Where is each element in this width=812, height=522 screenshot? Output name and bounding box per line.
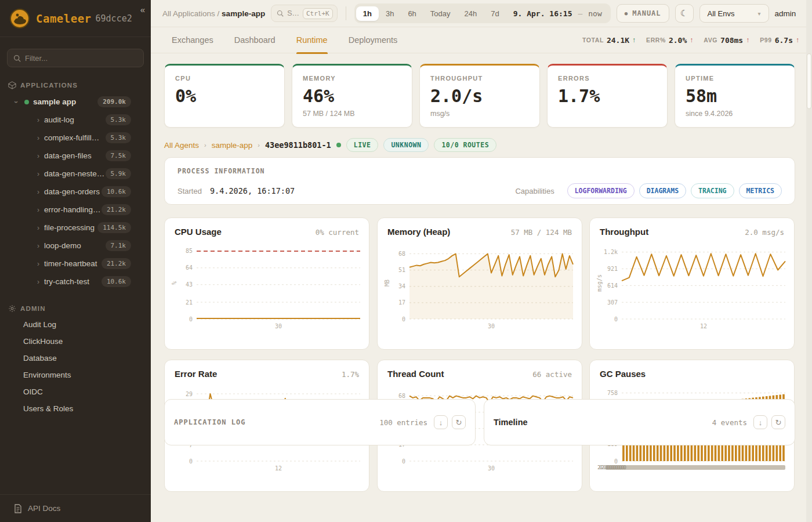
- time-range-3h[interactable]: 3h: [379, 6, 401, 21]
- admin-item-database[interactable]: Database: [0, 350, 151, 367]
- search-input[interactable]: S… Ctrl+K: [271, 5, 338, 22]
- stat-value: 708ms: [720, 36, 743, 45]
- sidebar-item-data-gen-orders[interactable]: ›data-gen-orders10.6k: [0, 183, 151, 201]
- agent-status-pills: LIVEUNKNOWN10/0 ROUTES: [346, 138, 496, 152]
- date-range-display[interactable]: 9. Apr. 16:15 – now: [506, 9, 609, 18]
- chevron-right-icon: ›: [35, 188, 42, 196]
- sidebar-item-data-gen-files[interactable]: ›data-gen-files7.5k: [0, 147, 151, 165]
- route-label: timer-heartbeat: [44, 259, 102, 268]
- search-icon: [277, 10, 284, 17]
- metric-cards-row: CPU0%MEMORY46%57 MB / 124 MBTHROUGHPUT2.…: [164, 64, 795, 128]
- sidebar-filter-input[interactable]: Filter...: [7, 49, 144, 67]
- chart-title: Memory (Heap): [387, 227, 450, 237]
- stat-label: TOTAL: [582, 37, 604, 44]
- admin-item-oidc[interactable]: OIDC: [0, 383, 151, 400]
- timeline-title: Timeline: [494, 418, 528, 427]
- sidebar-item-data-gen-neste[interactable]: ›data-gen-neste…5.9k: [0, 165, 151, 183]
- refresh-button[interactable]: ↻: [771, 415, 785, 429]
- route-label: audit-log: [44, 115, 106, 124]
- metric-subtext: 57 MB / 124 MB: [303, 110, 401, 118]
- cameleer-logo-icon: [9, 8, 30, 29]
- count-badge: 5.3k: [106, 114, 132, 125]
- environment-select[interactable]: All Envs ▾: [699, 4, 769, 23]
- chevron-right-icon: ›: [258, 142, 260, 148]
- manual-refresh-button[interactable]: ● MANUAL: [617, 4, 669, 23]
- agent-breadcrumb: All Agents › sample-app › 43ee9811b801-1…: [164, 138, 496, 152]
- count-badge: 114.5k: [97, 222, 131, 233]
- scrollbar-thumb[interactable]: [807, 53, 811, 109]
- scrollbar-track[interactable]: [806, 0, 812, 522]
- content-area: CPU0%MEMORY46%57 MB / 124 MBTHROUGHPUT2.…: [151, 54, 812, 522]
- svg-text:614: 614: [607, 282, 618, 289]
- admin-item-audit-log[interactable]: Audit Log: [0, 316, 151, 333]
- stat-err: ERR%2.0%↑: [646, 36, 693, 45]
- process-info-header: PROCESS INFORMATION: [177, 167, 782, 175]
- tab-dashboard[interactable]: Dashboard: [234, 27, 276, 53]
- status-dot: [24, 100, 29, 104]
- time-range-today[interactable]: Today: [423, 6, 458, 21]
- admin-item-environments[interactable]: Environments: [0, 367, 151, 383]
- chart-header: Thread Count66 active: [378, 360, 582, 380]
- breadcrumb-root[interactable]: All Applications: [162, 9, 215, 18]
- throughput-chart: Throughput2.0 msg/s03076149211.2kmsg/s12: [589, 217, 795, 350]
- sidebar-route-list: ›audit-log5.3k›complex-fulfillm…5.3k›dat…: [0, 111, 151, 291]
- sidebar-item-error-handling-[interactable]: ›error-handling-…21.2k: [0, 201, 151, 219]
- divider: [346, 6, 346, 20]
- svg-text:0: 0: [402, 458, 405, 465]
- admin-item-clickhouse[interactable]: ClickHouse: [0, 333, 151, 350]
- svg-text:0: 0: [189, 458, 193, 465]
- svg-text:msg/s: msg/s: [596, 274, 603, 292]
- svg-text:1.2k: 1.2k: [604, 249, 618, 255]
- time-range-24h[interactable]: 24h: [458, 6, 484, 21]
- count-badge: 21.2k: [102, 204, 131, 215]
- time-range-7d[interactable]: 7d: [484, 6, 506, 21]
- sidebar-item-api-docs[interactable]: API Docs: [0, 494, 151, 522]
- svg-text:68: 68: [398, 251, 405, 257]
- svg-text:85: 85: [186, 248, 193, 254]
- time-range-chips: 1h3h6hToday24h7d: [356, 6, 506, 21]
- chevron-right-icon: ›: [35, 152, 42, 160]
- trend-up-icon: ↑: [690, 36, 693, 44]
- time-range-6h[interactable]: 6h: [401, 6, 423, 21]
- metric-value: 1.7%: [558, 86, 657, 106]
- sidebar-item-timer-heartbeat[interactable]: ›timer-heartbeat21.2k: [0, 255, 151, 273]
- document-icon: [14, 504, 22, 513]
- capability-badge-diagrams: DIAGRAMS: [639, 183, 686, 198]
- metric-label: UPTIME: [686, 75, 784, 82]
- count-badge: 21.2k: [102, 258, 131, 269]
- agents-root-link[interactable]: All Agents: [164, 141, 199, 150]
- capability-badge-metrics: METRICS: [739, 183, 782, 198]
- download-button[interactable]: ↓: [434, 415, 448, 429]
- time-range-1h[interactable]: 1h: [356, 6, 379, 21]
- chevron-right-icon: ›: [35, 242, 42, 250]
- moon-icon: ☾: [680, 8, 688, 19]
- admin-item-users-roles[interactable]: Users & Roles: [0, 400, 151, 417]
- tab-exchanges[interactable]: Exchanges: [172, 27, 213, 53]
- sidebar-item-file-processing[interactable]: ›file-processing114.5k: [0, 219, 151, 237]
- tab-deployments[interactable]: Deployments: [349, 27, 398, 53]
- time-range-control: 1h3h6hToday24h7d 9. Apr. 16:15 – now: [354, 3, 611, 23]
- svg-text:12: 12: [275, 465, 282, 472]
- agent-app-link[interactable]: sample-app: [212, 141, 253, 150]
- sidebar: Cameleer 69dcce2 « Filter... APPLICATION…: [0, 0, 151, 522]
- sidebar-item-try-catch-test[interactable]: ›try-catch-test10.6k: [0, 273, 151, 291]
- sidebar-collapse-icon[interactable]: «: [140, 5, 145, 14]
- download-button[interactable]: ↓: [753, 415, 767, 429]
- dark-mode-toggle[interactable]: ☾: [675, 4, 694, 23]
- user-menu[interactable]: admin: [775, 9, 796, 18]
- count-badge: 5.3k: [106, 132, 132, 143]
- tab-runtime[interactable]: Runtime: [296, 27, 328, 53]
- memory-heap--chart: Memory (Heap)57 MB / 124 MB017345168MB30: [377, 217, 582, 350]
- metric-subtext: since 9.4.2026: [686, 110, 784, 118]
- sidebar-item-complex-fulfillm[interactable]: ›complex-fulfillm…5.3k: [0, 129, 151, 147]
- sidebar-item-audit-log[interactable]: ›audit-log5.3k: [0, 111, 151, 129]
- sidebar-item-sample-app[interactable]: › sample app 209.0k: [0, 93, 151, 111]
- app-version-tag: 69dcce2: [96, 13, 132, 24]
- sidebar-item-loop-demo[interactable]: ›loop-demo7.1k: [0, 237, 151, 255]
- chart-header: GC Pauses: [590, 360, 794, 380]
- refresh-button[interactable]: ↻: [452, 415, 466, 429]
- route-label: error-handling-…: [44, 205, 102, 214]
- svg-text:30: 30: [488, 323, 495, 329]
- metric-value: 58m: [686, 86, 784, 106]
- chart-plot: 03076149211.2kmsg/s12: [594, 239, 791, 334]
